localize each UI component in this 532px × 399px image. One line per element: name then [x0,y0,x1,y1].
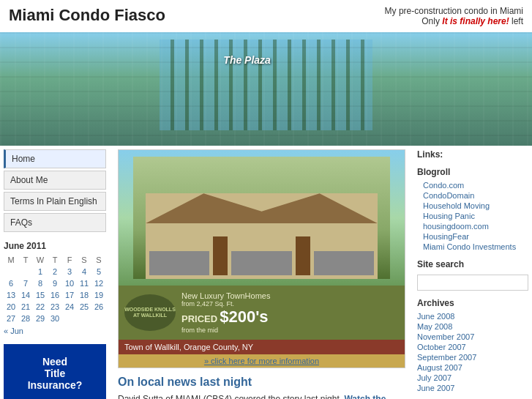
right-link-housingfear[interactable]: HousingFear [417,231,528,242]
main-layout: Home About Me Terms In Plain English FAQ… [0,146,532,399]
left-ad-text: Need Title Insurance? [28,356,83,391]
ad-priced-label: PRICED [181,313,217,324]
post-body: David Sutta of MIAMI (CBS4) covered the … [118,392,405,399]
links-title: Links: [417,149,528,160]
ad-text: New Luxury TownHomes from 2,427 Sq. Ft. … [181,291,270,334]
archive-oct2007[interactable]: October 2007 [417,342,528,352]
archive-may2008[interactable]: May 2008 [417,321,528,332]
header-tagline: My pre-construction condo in Miami Only … [385,6,523,26]
ad-price-prefix: from the mid [181,327,270,334]
table-row: 27282930 [4,313,106,324]
archives-title: Archives [417,298,528,308]
right-link-miami[interactable]: Miami Condo Investments [417,242,528,252]
right-link-moving[interactable]: Household Moving [417,201,528,211]
hero-banner: The Plaza [0,32,532,146]
search-input[interactable] [417,275,528,291]
ad-price-line: PRICED $200's [181,307,270,327]
site-title: Miami Condo Fiasco [9,6,165,25]
cal-header-f: F [62,254,77,266]
calendar-title: June 2011 [4,241,106,251]
post-title: On local news last night [118,376,405,389]
archive-jun2007[interactable]: June 2007 [417,383,528,393]
right-link-housingdoom[interactable]: housingdoom.com [417,221,528,231]
tagline-line2-before: Only [422,16,442,26]
ad-click[interactable]: » click here for more information [119,354,405,368]
tagline-line2-after: left [509,16,523,26]
table-row: 20212223242526 [4,301,106,313]
cal-header-t2: T [48,254,62,266]
table-row: 13141516171819 [4,289,106,301]
ad-house-image [119,150,405,286]
ad-logo: WOODSIDE KNOLLS AT WALLKILL [124,294,176,331]
content-main: ▶ [112,149,411,399]
archive-aug2007[interactable]: August 2007 [417,362,528,373]
nav-menu: Home About Me Terms In Plain English FAQ… [4,149,106,232]
main-ad[interactable]: ▶ [118,149,405,368]
tagline-highlight: It is finally here! [442,16,509,26]
ad-info-bar: WOODSIDE KNOLLS AT WALLKILL New Luxury T… [119,286,405,340]
cal-header-s1: S [77,254,91,266]
nav-item-faqs[interactable]: FAQs [4,213,106,232]
ad-tagline: New Luxury TownHomes [181,291,270,300]
sidebar-left: Home About Me Terms In Plain English FAQ… [4,149,112,399]
cal-header-t1: T [18,254,33,266]
table-row: 12345 [4,266,106,277]
blogroll-title: Blogroll [417,167,528,177]
table-row: 6789101112 [4,277,106,289]
right-link-housingpanic[interactable]: Housing Panic [417,211,528,221]
nav-item-terms[interactable]: Terms In Plain English [4,192,106,211]
archive-jul2007[interactable]: July 2007 [417,373,528,383]
sidebar-right: Links: Blogroll Condo.com CondoDomain Ho… [411,149,528,399]
post: On local news last night David Sutta of … [118,376,405,399]
header: Miami Condo Fiasco My pre-construction c… [0,0,532,32]
cal-header-s2: S [91,254,106,266]
cal-header-w: W [33,254,48,266]
hero-sign: The Plaza [223,54,271,66]
nav-item-about[interactable]: About Me [4,171,106,190]
ad-price: $200's [220,307,268,326]
archive-june2008[interactable]: June 2008 [417,311,528,321]
calendar-nav: « Jun [4,327,106,335]
ad-from-text: from 2,427 Sq. Ft. [181,300,270,307]
nav-item-home[interactable]: Home [4,149,106,168]
archive-sep2007[interactable]: September 2007 [417,352,528,362]
left-ad[interactable]: Need Title Insurance? [4,344,106,399]
calendar: June 2011 M T W T F S S 12345 [4,241,106,335]
calendar-table: M T W T F S S 12345 6789101112 [4,254,106,324]
post-body-text: David Sutta of MIAMI (CBS4) covered the … [118,394,344,399]
ad-click-link[interactable]: » click here for more information [204,357,319,365]
hero-building-image: The Plaza [0,32,532,146]
calendar-prev[interactable]: « Jun [4,327,23,335]
cal-header-m: M [4,254,18,266]
search-title: Site search [417,259,528,269]
tagline-line1: My pre-construction condo in Miami [385,6,523,16]
archive-nov2007[interactable]: November 2007 [417,332,528,342]
ad-location: Town of Wallkill, Orange County, NY [119,340,405,354]
right-link-condodomain[interactable]: CondoDomain [417,190,528,201]
right-link-condo[interactable]: Condo.com [417,180,528,190]
